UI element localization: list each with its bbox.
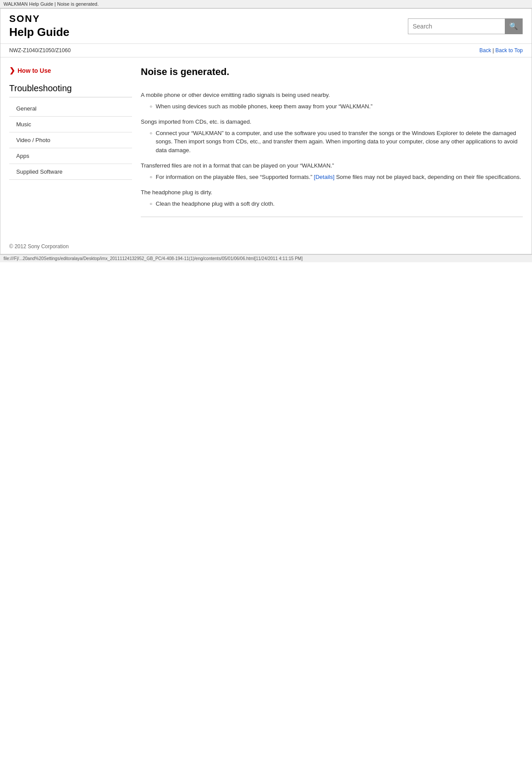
bullet-item: For information on the playable files, s… (150, 173, 523, 182)
section-1-paragraph: A mobile phone or other device emitting … (141, 91, 523, 100)
how-to-use-link[interactable]: ❯ How to Use (9, 66, 132, 75)
header-left: SONY Help Guide (9, 13, 69, 39)
sony-logo: SONY (9, 13, 69, 25)
search-icon: 🔍 (509, 22, 518, 30)
browser-title-bar: WALKMAN Help Guide | Noise is generated. (0, 0, 532, 8)
bottom-status-bar: file:///F|/...20and%20Settings/editorala… (0, 254, 532, 262)
how-to-use-label: How to Use (18, 67, 51, 74)
back-to-top-link[interactable]: Back to Top (496, 47, 523, 54)
back-link[interactable]: Back (479, 47, 491, 54)
content-section-3: Transferred files are not in a format th… (141, 161, 523, 181)
section-4-paragraph: The headphone plug is dirty. (141, 188, 523, 197)
bullet-item: Connect your “WALKMAN” to a computer, an… (150, 129, 523, 155)
copyright-text: © 2012 Sony Corporation (9, 243, 69, 250)
sidebar-item-apps[interactable]: Apps (9, 148, 132, 164)
header: SONY Help Guide 🔍 (0, 9, 532, 44)
nav-links: Back | Back to Top (479, 47, 523, 54)
section-3-paragraph: Transferred files are not in a format th… (141, 161, 523, 170)
browser-title-text: WALKMAN Help Guide | Noise is generated. (4, 1, 99, 7)
bullet-item: When using devices such as mobile phones… (150, 102, 523, 111)
search-button[interactable]: 🔍 (505, 18, 522, 34)
troubleshooting-heading: Troubleshooting (9, 83, 132, 97)
main-content: ❯ How to Use Troubleshooting General Mus… (0, 57, 532, 235)
section-3-bullets: For information on the playable files, s… (150, 173, 523, 182)
content-section-2: Songs imported from CDs, etc. is damaged… (141, 118, 523, 154)
file-path-text: file:///F|/...20and%20Settings/editorala… (4, 256, 303, 261)
section-4-bullets: Clean the headphone plug with a soft dry… (150, 200, 523, 208)
sidebar-item-music[interactable]: Music (9, 117, 132, 132)
sidebar-item-video-photo[interactable]: Video / Photo (9, 132, 132, 148)
sidebar-item-general[interactable]: General (9, 101, 132, 117)
sidebar: ❯ How to Use Troubleshooting General Mus… (9, 66, 132, 226)
search-area: 🔍 (408, 18, 523, 34)
section-2-bullets: Connect your “WALKMAN” to a computer, an… (150, 129, 523, 155)
search-input[interactable] (408, 19, 505, 34)
content-section-4: The headphone plug is dirty. Clean the h… (141, 188, 523, 208)
article-divider (141, 217, 523, 217)
model-number: NWZ-Z1040/Z1050/Z1060 (9, 47, 71, 54)
footer: © 2012 Sony Corporation (0, 235, 532, 254)
section-1-bullets: When using devices such as mobile phones… (150, 102, 523, 111)
sidebar-item-supplied-software[interactable]: Supplied Software (9, 164, 132, 180)
chevron-right-icon: ❯ (9, 66, 15, 75)
article-content: Noise is generated. A mobile phone or ot… (141, 66, 523, 226)
help-guide-title: Help Guide (9, 25, 69, 39)
bullet-item: Clean the headphone plug with a soft dry… (150, 200, 523, 208)
details-link[interactable]: [Details] (314, 174, 335, 180)
content-section-1: A mobile phone or other device emitting … (141, 91, 523, 111)
nav-bar: NWZ-Z1040/Z1050/Z1060 Back | Back to Top (0, 44, 532, 57)
section-2-paragraph: Songs imported from CDs, etc. is damaged… (141, 118, 523, 126)
article-title: Noise is generated. (141, 66, 523, 82)
